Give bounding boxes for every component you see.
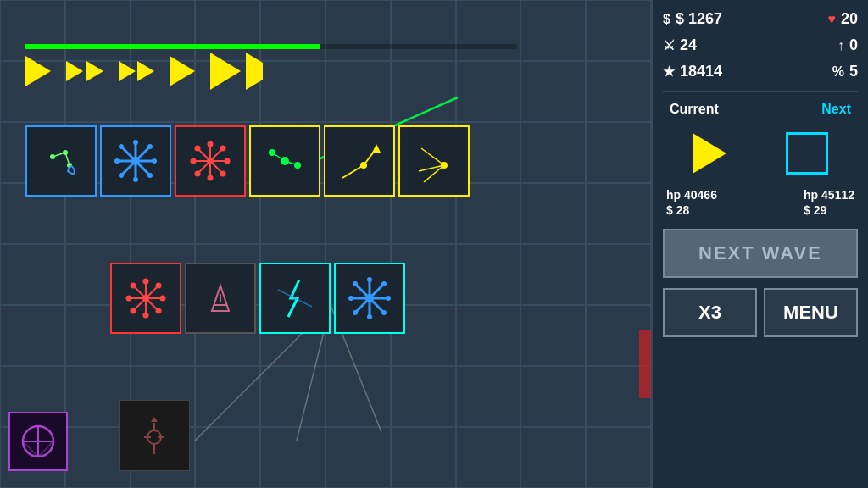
svg-point-26 [208,141,214,147]
tower-snowflake-cyan[interactable] [334,263,405,334]
grid-cell [260,427,326,488]
next-wave-button[interactable]: NEXT WAVE [663,229,858,278]
star-icon: ★ [663,64,675,80]
enemy-row [25,53,263,90]
money-icon: $ [663,12,670,27]
tower-lightning[interactable] [259,263,331,334]
grid-cell [326,0,391,61]
grid-cell [520,122,586,183]
svg-line-41 [342,165,364,178]
enemy-triangle-2a [66,61,83,81]
arrow-value: 0 [849,36,858,54]
enemy-triangle-1 [25,56,51,86]
grid-cell [260,0,326,61]
svg-point-71 [348,296,353,301]
stats-row-2: ⚔ 24 ↑ 0 [663,35,858,56]
svg-point-27 [208,175,214,181]
menu-button[interactable]: MENU [764,288,858,337]
x3-button[interactable]: X3 [663,288,757,337]
current-stats-col: hp 40466 $ 28 [666,188,717,217]
stats-row-3: ★ 18414 % 5 [663,61,858,82]
percent-stat: % 5 [832,63,858,80]
grid-cell [260,61,326,122]
heart-icon: ♥ [827,12,836,27]
svg-point-58 [156,283,162,289]
current-label: Current [670,102,719,117]
grid-cell [391,427,456,488]
bottom-buttons: X3 MENU [663,288,858,337]
bottom-center-area [119,400,190,471]
svg-point-76 [353,310,358,315]
grid-cell [586,61,651,122]
svg-point-74 [381,310,387,315]
tower-snowflake[interactable] [100,125,171,197]
grid-cell [326,427,391,488]
tower-network[interactable] [249,125,320,197]
tower-empty-1[interactable] [185,263,256,334]
svg-point-20 [119,173,124,178]
next-label: Next [821,102,851,117]
grid-cell [391,366,456,427]
sword-icon: ⚔ [663,37,675,53]
money-value: $ 1267 [676,10,722,28]
svg-point-33 [195,171,201,177]
next-price: $ 29 [804,203,854,217]
crosshair-tower[interactable] [8,412,68,471]
grid-cell [456,305,521,366]
svg-point-15 [114,158,120,164]
tower-starburst-red[interactable] [175,125,246,197]
health-value: 20 [841,10,858,28]
enemy-triangle-3a [119,61,136,81]
tower-water[interactable] [25,125,97,197]
svg-point-69 [367,277,372,282]
svg-point-54 [126,296,132,302]
grid-cell [0,244,65,305]
svg-line-38 [272,152,285,161]
enemy-triangle-2b [86,61,103,81]
enemy-triangle-5b [246,53,263,90]
svg-marker-85 [151,417,158,422]
grid-cell [195,366,260,427]
svg-point-60 [142,295,149,302]
grid-cell [520,0,586,61]
enemy-group-large [210,53,263,90]
tower-arrow-shooter[interactable] [324,125,395,197]
grid-cell [456,366,521,427]
health-strip [639,330,651,398]
divider-1 [663,91,858,92]
svg-point-53 [143,313,149,319]
grid-cell [520,61,586,122]
svg-marker-43 [372,144,381,152]
next-stats-col: hp 45112 $ 29 [804,188,854,217]
grid-cell [520,183,586,244]
enemy-group-triple [119,61,154,81]
grid-cell [586,122,651,183]
star-stat: ★ 18414 [663,63,722,80]
percent-icon: % [832,64,844,80]
grid-cell [326,61,391,122]
svg-point-21 [131,157,140,165]
grid-cell [0,305,65,366]
svg-point-57 [156,308,162,314]
svg-point-75 [381,281,387,286]
tower-beam[interactable] [398,125,470,197]
enemy-triangle-4 [170,56,195,86]
grid-cell [586,0,651,61]
grid-cell [586,183,651,244]
tower-starburst-red-2[interactable] [110,263,181,334]
current-hp: hp 40466 [666,188,717,202]
tower-row-2 [110,263,405,334]
svg-line-8 [65,152,70,165]
svg-point-17 [119,144,124,149]
svg-point-30 [195,146,201,152]
svg-point-72 [386,296,391,301]
current-price: $ 28 [666,203,717,217]
svg-point-32 [220,146,226,152]
grid-cell [520,244,586,305]
next-hp: hp 45112 [804,188,854,202]
enemy-triangle-5a [210,53,241,90]
dark-tower[interactable] [119,400,190,471]
money-stat: $ $ 1267 [663,10,722,28]
grid-cell [520,305,586,366]
next-enemy-icon [786,132,828,175]
